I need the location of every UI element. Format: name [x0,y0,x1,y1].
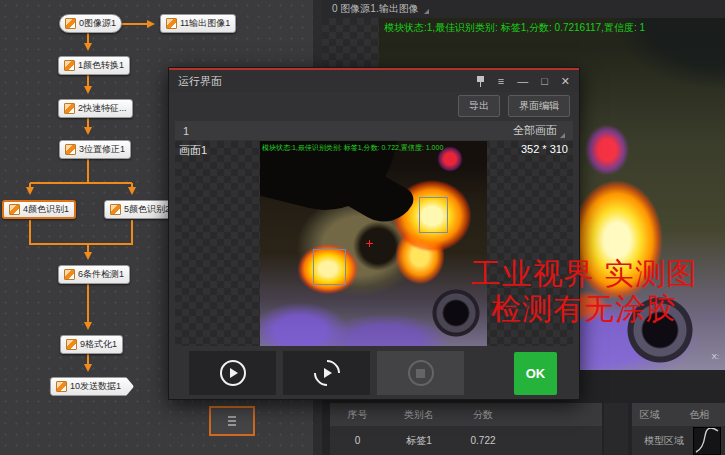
run-continuous-button[interactable] [283,351,370,395]
view-all-dropdown[interactable]: 全部画面 [513,123,565,138]
col-class: 类别名 [385,408,453,422]
port-icon [228,416,236,418]
minimize-icon[interactable]: — [517,76,528,87]
run-interface-dialog: 运行界面 ≡ — □ ✕ 导出 界面编辑 1 全部画面 画面1 352 * 31… [168,67,580,400]
cell-class: 标签1 [385,434,453,448]
node-label: 4颜色识别1 [23,203,69,216]
region-row-label: 模型区域 [644,434,684,448]
table-row[interactable]: 0 标签1 0.722 [330,426,602,455]
interface-edit-button[interactable]: 界面编辑 [508,95,570,117]
frame-status-text: 模块状态:1,最佳识别类别: 标签1,分数: 0.722,置信度: 1.000 [262,143,443,153]
flow-node-color-recognition-2[interactable]: 5颜色识别2 [104,200,176,219]
flow-node-partial-selected[interactable] [209,406,255,436]
menu-icon[interactable]: ≡ [498,76,504,87]
condition-check-icon [64,269,75,280]
dialog-titlebar[interactable]: 运行界面 ≡ — □ ✕ [169,70,579,92]
output-image-icon [166,18,177,29]
frame-label: 画面1 [179,143,207,158]
flow-node-color-recognition-1[interactable]: 4颜色识别1 [2,200,76,219]
node-label: 10发送数据1 [70,380,121,393]
node-label: 9格式化1 [80,338,117,351]
table-scroll-strip[interactable] [604,403,628,455]
loop-play-icon [308,355,345,392]
view-selector-row: 1 全部画面 [175,121,573,140]
stop-icon [408,360,434,386]
node-label: 0图像源1 [79,17,116,30]
export-button[interactable]: 导出 [458,95,500,117]
dropdown-grip-icon [560,133,565,138]
flow-node-condition-check[interactable]: 6条件检测1 [58,265,130,284]
ok-button[interactable]: OK [514,352,557,395]
stop-button-disabled [377,351,464,395]
color-convert-icon [64,60,75,71]
col-hue: 色相 [690,408,725,422]
image-view-header[interactable]: 0 图像源1.输出图像 [322,0,725,18]
port-icon [228,420,236,422]
color-recognition-icon [9,204,20,215]
image-source-title: 0 图像源1.输出图像 [332,2,419,16]
flow-node-image-source[interactable]: 0图像源1 [59,14,122,33]
node-label: 1颜色转换1 [78,59,124,72]
dialog-toolbar: 导出 界面编辑 [458,95,570,117]
close-icon[interactable]: ✕ [561,76,570,87]
node-label: 5颜色识别2 [124,203,170,216]
view-all-label: 全部画面 [513,123,557,138]
region-table-header: 区域 色相 [632,403,725,426]
col-region: 区域 [632,408,668,422]
position-fix-icon [65,144,76,155]
flow-node-position-fix[interactable]: 3位置修正1 [59,140,131,159]
dialog-image-area[interactable]: 画面1 352 * 310 模块状态:1,最佳识别类别: 标签1,分数: 0.7… [175,141,573,346]
col-score: 分数 [453,408,513,422]
view-index: 1 [183,125,189,137]
send-data-icon [56,381,67,392]
detection-box [313,249,346,285]
flow-node-send-data[interactable]: 10发送数据1 [50,377,134,396]
detection-box [419,197,448,233]
node-label: 6条件检测1 [78,268,124,281]
color-recognition-icon [110,204,121,215]
image-source-icon [65,18,76,29]
play-icon [220,360,246,386]
node-label: 11输出图像1 [180,17,230,30]
flow-node-color-convert[interactable]: 1颜色转换1 [58,56,130,75]
dropdown-grip-icon [424,9,429,14]
app-root: 0 图像源1.输出图像 模块状态:1,最佳识别类别: 标签1,分数: 0.721… [0,0,725,455]
pin-icon[interactable] [476,75,485,87]
flow-node-output-image[interactable]: 11输出图像1 [160,14,236,33]
camera-frame-image: 模块状态:1,最佳识别类别: 标签1,分数: 0.722,置信度: 1.000 [260,141,487,346]
flow-node-format[interactable]: 9格式化1 [60,335,123,354]
module-status-text: 模块状态:1,最佳识别类别: 标签1,分数: 0.7216117,置信度: 1 [384,21,645,35]
fast-feature-icon [64,103,75,114]
center-marker-icon [366,240,373,247]
maximize-icon[interactable]: □ [541,76,548,87]
run-once-button[interactable] [189,351,276,395]
region-thumbnail [693,427,721,455]
region-table-row[interactable]: 模型区域 [632,426,725,455]
flow-node-fast-feature[interactable]: 2快速特征... [58,99,133,118]
dialog-title: 运行界面 [178,74,222,89]
port-icon [228,424,236,426]
format-icon [66,339,77,350]
frame-size-label: 352 * 310 [521,143,568,155]
cell-score: 0.722 [453,435,513,446]
cursor-coordinate-label: X: [711,352,719,361]
col-index: 序号 [330,408,385,422]
node-label: 3位置修正1 [79,143,125,156]
node-label: 2快速特征... [78,102,127,115]
result-table-header: 序号 类别名 分数 [330,403,602,426]
cell-index: 0 [330,435,385,446]
